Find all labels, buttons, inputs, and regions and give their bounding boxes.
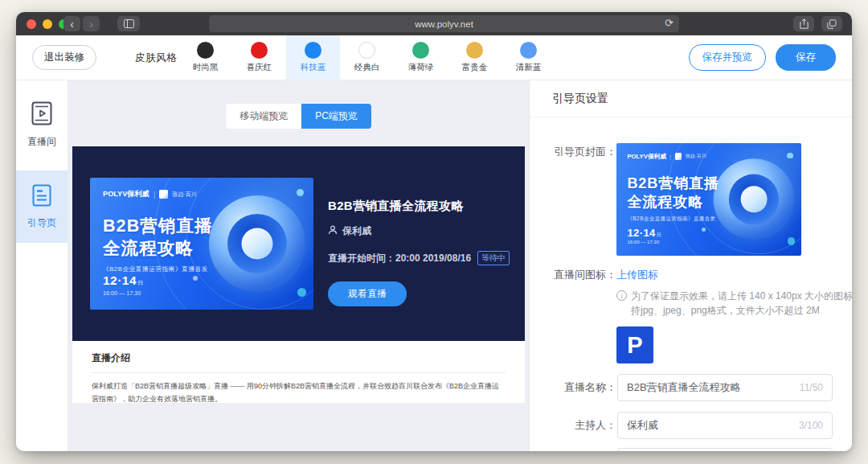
left-sidebar: 直播间 引导页 <box>16 80 68 451</box>
sidebar-item-label: 引导页 <box>27 216 56 230</box>
light-blue-swatch <box>520 42 537 59</box>
cover-time: 16:00 — 17:30 <box>627 240 790 244</box>
watch-live-button[interactable]: 观看直播 <box>328 281 407 306</box>
skin-option-label: 经典白 <box>354 62 380 73</box>
session-host-row: 保利威 <box>328 224 510 238</box>
cover-subtitle: 《B2B企业直播运营指南》直播首发 <box>627 216 790 223</box>
live-name-field-label: 直播名称： <box>551 380 616 395</box>
live-intro-section: 直播介绍 保利威打造「B2B营销直播超级攻略」直播 —— 用90分钟拆解B2B营… <box>72 341 525 403</box>
cover-date: 12·14日 <box>627 227 790 239</box>
partner-logo-text: 致趋·百川 <box>686 153 706 160</box>
sidebar-item-guide-page[interactable]: 引导页 <box>16 170 68 243</box>
upload-hint-text: 为了保证显示效果，请上传 140 x 140px 大小的图标，支持jpg、jpe… <box>631 289 852 318</box>
desktop-background: ‹ › www.polyv.net ⟳ 退出装修 皮肤风格 <box>0 0 868 464</box>
guide-page-icon <box>32 184 51 209</box>
live-room-icon <box>31 101 52 128</box>
host-field-label: 主持人： <box>551 418 616 433</box>
skin-style-label: 皮肤风格 <box>135 51 177 65</box>
sidebar-toggle-icon[interactable] <box>117 16 140 31</box>
address-bar[interactable]: www.polyv.net ⟳ <box>209 15 679 32</box>
skin-swatch-group: 时尚黑 喜庆红 科技蓝 经典白 薄荷绿 <box>178 35 555 80</box>
tabs-overview-icon[interactable] <box>821 16 842 31</box>
cover-time: 16:00 — 17:30 <box>103 289 301 297</box>
cover-thumbnail[interactable]: POLYV保利威 | 致趋·百川 B2B营销直播 全流程攻略 《B2B企业直播运… <box>616 143 801 256</box>
cover-date: 12·14日 <box>103 273 301 288</box>
preview-area: 移动端预览 PC端预览 <box>68 80 529 451</box>
upload-hint-row: i 为了保证显示效果，请上传 140 x 140px 大小的图标，支持jpg、j… <box>616 289 852 318</box>
session-info: B2B营销直播全流程攻略 保利威 直播开始时间：20:00 2019/08/16… <box>328 178 510 341</box>
host-counter: 3/100 <box>799 420 823 431</box>
skin-option-mint[interactable]: 薄荷绿 <box>394 35 448 80</box>
session-start-time: 直播开始时间：20:00 2019/08/16 <box>328 252 471 265</box>
brand-separator: | <box>154 191 155 199</box>
white-swatch <box>358 42 375 59</box>
session-start-row: 直播开始时间：20:00 2019/08/16 等待中 <box>328 251 510 265</box>
guide-page-preview: POLYV保利威 | 致趋·百川 B2B营销直播 全流程攻略 《B2B企业直播运… <box>72 146 525 403</box>
partner-logo-text: 致趋·百川 <box>172 191 197 199</box>
brand-separator: | <box>669 153 671 160</box>
tab-mobile-preview[interactable]: 移动端预览 <box>226 104 301 129</box>
room-intro-field-label: 直播间介绍： <box>551 448 616 451</box>
status-badge: 等待中 <box>477 251 510 265</box>
save-and-preview-button[interactable]: 保存并预览 <box>689 44 767 71</box>
session-host: 保利威 <box>342 224 371 238</box>
live-name-input[interactable]: B2B营销直播全流程攻略 11/50 <box>617 374 833 401</box>
guide-page-hero: POLYV保利威 | 致趋·百川 B2B营销直播 全流程攻略 《B2B企业直播运… <box>72 146 525 341</box>
skin-option-label: 喜庆红 <box>247 62 272 73</box>
polyv-logo: POLYV保利威 <box>103 189 149 199</box>
live-cover-banner: POLYV保利威 | 致趋·百川 B2B营销直播 全流程攻略 《B2B企业直播运… <box>90 178 313 310</box>
partner-logo-icon <box>675 153 682 160</box>
cover-subtitle: 《B2B企业直播运营指南》直播首发 <box>103 265 301 273</box>
cover-brand-row: POLYV保利威 | 致趋·百川 <box>103 189 301 199</box>
skin-option-tech-blue[interactable]: 科技蓝 <box>286 35 340 80</box>
url-text: www.polyv.net <box>415 19 473 29</box>
cover-title: B2B营销直播 全流程攻略 <box>103 216 301 260</box>
skin-option-red[interactable]: 喜庆红 <box>232 35 286 80</box>
upload-icon-link[interactable]: 上传图标 <box>616 268 658 282</box>
room-logo-preview: P <box>616 326 653 363</box>
cover-field-label: 引导页封面： <box>551 143 616 256</box>
room-intro-editor[interactable]: 文件 编辑 视图 插入 格式 工具 表格 <box>617 448 833 451</box>
info-icon: i <box>616 290 627 301</box>
host-value: 保利威 <box>627 418 792 433</box>
live-name-counter: 11/50 <box>800 382 823 393</box>
gold-swatch <box>466 42 483 59</box>
skin-option-black[interactable]: 时尚黑 <box>178 35 232 80</box>
skin-option-gold[interactable]: 富贵金 <box>448 35 502 80</box>
skin-option-label: 富贵金 <box>462 62 488 73</box>
browser-window: ‹ › www.polyv.net ⟳ 退出装修 皮肤风格 <box>16 12 852 451</box>
host-input[interactable]: 保利威 3/100 <box>617 412 833 439</box>
skin-option-label: 时尚黑 <box>193 62 219 73</box>
cover-title: B2B营销直播 全流程攻略 <box>627 175 790 211</box>
skin-option-white[interactable]: 经典白 <box>340 35 394 80</box>
sidebar-item-live-room[interactable]: 直播间 <box>16 88 68 161</box>
skin-option-fresh-blue[interactable]: 清新蓝 <box>502 35 555 80</box>
partner-logo-icon <box>159 190 168 199</box>
reload-icon[interactable]: ⟳ <box>665 17 674 29</box>
tab-pc-preview[interactable]: PC端预览 <box>301 104 371 129</box>
sidebar-item-label: 直播间 <box>27 135 56 149</box>
divider <box>92 372 506 373</box>
settings-panel-title: 引导页设置 <box>530 80 852 117</box>
guide-page-settings-panel: 引导页设置 引导页封面： <box>529 80 852 451</box>
skin-option-label: 薄荷绿 <box>408 62 434 73</box>
close-window-button[interactable] <box>27 19 36 29</box>
skin-option-label: 科技蓝 <box>301 62 326 73</box>
live-intro-body: 保利威打造「B2B营销直播超级攻略」直播 —— 用90分钟拆解B2B营销直播全流… <box>92 380 506 406</box>
traffic-lights <box>27 12 68 35</box>
green-swatch <box>412 42 429 59</box>
browser-titlebar: ‹ › www.polyv.net ⟳ <box>16 12 852 35</box>
session-title: B2B营销直播全流程攻略 <box>328 199 510 214</box>
live-intro-heading: 直播介绍 <box>92 351 506 365</box>
forward-button[interactable]: › <box>83 16 100 31</box>
person-icon <box>328 225 338 237</box>
decoration-toolbar: 退出装修 皮肤风格 时尚黑 喜庆红 科技蓝 经典白 <box>16 35 852 80</box>
share-icon[interactable] <box>793 16 814 31</box>
exit-decoration-button[interactable]: 退出装修 <box>32 45 96 70</box>
minimize-window-button[interactable] <box>43 19 52 29</box>
back-button[interactable]: ‹ <box>63 16 80 31</box>
polyv-logo: POLYV保利威 <box>627 153 666 161</box>
black-swatch <box>197 42 214 59</box>
save-button[interactable]: 保存 <box>776 44 836 71</box>
red-swatch <box>251 42 268 59</box>
